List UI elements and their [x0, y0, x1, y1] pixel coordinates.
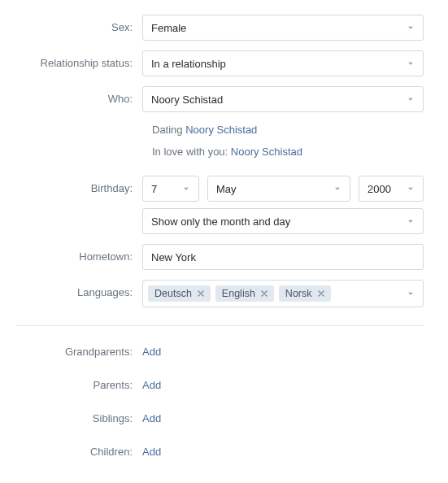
birthday-year-select[interactable]: 2000 — [359, 176, 424, 202]
language-tag: English — [215, 285, 274, 302]
birthday-visibility-select[interactable]: Show only the month and day — [142, 208, 424, 234]
birthday-day-value: 7 — [151, 183, 157, 195]
birthday-year-value: 2000 — [368, 183, 391, 195]
chevron-down-icon — [405, 288, 416, 299]
hometown-label: Hometown: — [16, 244, 142, 263]
language-tag: Deutsch — [148, 285, 211, 302]
relationship-value: In a relationship — [151, 58, 226, 70]
chevron-down-icon — [332, 183, 343, 194]
languages-label: Languages: — [16, 280, 142, 298]
who-select[interactable]: Noory Schistad — [142, 86, 424, 112]
language-tag: Norsk — [279, 285, 331, 302]
section-divider — [16, 325, 424, 326]
dating-subline: Dating Noory Schistad — [152, 122, 424, 136]
sex-select[interactable]: Female — [142, 15, 424, 41]
parents-label: Parents: — [16, 379, 142, 391]
close-icon[interactable] — [316, 289, 326, 298]
children-label: Children: — [16, 446, 142, 458]
who-value: Noory Schistad — [151, 94, 223, 106]
close-icon[interactable] — [259, 289, 269, 298]
chevron-down-icon — [405, 22, 416, 33]
birthday-month-select[interactable]: May — [207, 176, 350, 202]
birthday-month-value: May — [216, 183, 237, 195]
chevron-down-icon — [405, 94, 416, 105]
add-children-link[interactable]: Add — [142, 446, 161, 458]
dating-link[interactable]: Noory Schistad — [185, 124, 257, 136]
sex-label: Sex: — [16, 15, 142, 33]
inlove-subline: In love with you: Noory Schistad — [152, 144, 424, 158]
sex-value: Female — [151, 22, 186, 34]
chevron-down-icon — [405, 58, 416, 69]
inlove-link[interactable]: Noory Schistad — [231, 146, 302, 158]
chevron-down-icon — [181, 183, 192, 194]
close-icon[interactable] — [196, 289, 206, 298]
birthday-visibility-value: Show only the month and day — [151, 215, 290, 228]
add-siblings-link[interactable]: Add — [142, 412, 161, 424]
hometown-input[interactable] — [142, 244, 424, 270]
add-grandparents-link[interactable]: Add — [142, 346, 161, 358]
add-parents-link[interactable]: Add — [142, 379, 161, 391]
birthday-day-select[interactable]: 7 — [142, 176, 199, 202]
chevron-down-icon — [405, 215, 416, 227]
birthday-label: Birthday: — [16, 176, 142, 194]
grandparents-label: Grandparents: — [16, 346, 142, 358]
languages-select[interactable]: Deutsch English Norsk — [142, 280, 424, 307]
siblings-label: Siblings: — [16, 412, 142, 424]
relationship-label: Relationship status: — [16, 50, 142, 69]
relationship-select[interactable]: In a relationship — [142, 50, 424, 76]
chevron-down-icon — [405, 183, 416, 194]
who-label: Who: — [16, 86, 142, 105]
